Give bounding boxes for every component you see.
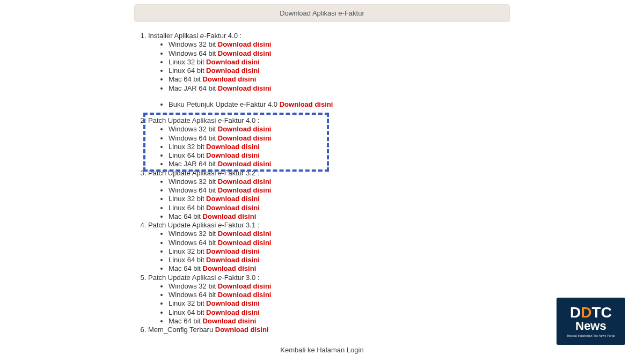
download-link[interactable]: Download disini <box>203 317 257 325</box>
list-item: Linux 32 bit Download disini <box>169 195 510 203</box>
list-item: Windows 32 bit Download disini <box>169 282 510 291</box>
list-item: Mac 64 bit Download disini <box>169 75 510 84</box>
list-item: Windows 32 bit Download disini <box>169 40 510 49</box>
platform-label: Linux 64 bit <box>169 308 206 316</box>
list-item: Windows 32 bit Download disini <box>169 178 510 186</box>
download-link[interactable]: Download disini <box>218 186 272 194</box>
download-link[interactable]: Download disini <box>218 84 272 92</box>
platform-label: Windows 32 bit <box>169 230 218 238</box>
download-sections-list: Installer Aplikasi e-Faktur 4.0 :Windows… <box>137 32 510 334</box>
section-0: Installer Aplikasi e-Faktur 4.0 :Windows… <box>148 32 510 116</box>
platform-label: Linux 32 bit <box>169 195 206 203</box>
download-link[interactable]: Download disini <box>218 49 272 57</box>
platform-list: Windows 32 bit Download disiniWindows 64… <box>148 230 510 273</box>
list-item: Linux 32 bit Download disini <box>169 143 510 151</box>
list-item: Mac JAR 64 bit Download disini <box>169 84 510 93</box>
platform-label: Mac 64 bit <box>169 212 203 220</box>
platform-label: Windows 32 bit <box>169 125 218 133</box>
list-item: Windows 64 bit Download disini <box>169 291 510 299</box>
list-item: Windows 64 bit Download disini <box>169 134 510 143</box>
platform-label: Linux 32 bit <box>169 58 206 66</box>
download-link[interactable]: Download disini <box>206 204 260 212</box>
list-item: Mac 64 bit Download disini <box>169 317 510 326</box>
list-item: Windows 64 bit Download disini <box>169 186 510 195</box>
list-item: Buku Petunjuk Update e-Faktur 4.0 Downlo… <box>169 100 510 109</box>
list-item: Mac 64 bit Download disini <box>169 212 510 221</box>
download-link[interactable]: Download disini <box>206 299 260 307</box>
download-link[interactable]: Download disini <box>218 239 272 247</box>
download-link[interactable]: Download disini <box>218 40 272 48</box>
download-link[interactable]: Download disini <box>218 134 272 142</box>
download-link[interactable]: Download disini <box>218 160 272 168</box>
list-item: Mac 64 bit Download disini <box>169 264 510 273</box>
content: Installer Aplikasi e-Faktur 4.0 :Windows… <box>134 32 510 334</box>
download-link[interactable]: Download disini <box>203 264 257 272</box>
section-1: Patch Update Aplikasi e-Faktur 4.0 :Wind… <box>148 116 510 169</box>
download-link[interactable]: Download disini <box>206 195 260 203</box>
section-title: Mem_Config Terbaru <box>148 326 215 334</box>
download-link[interactable]: Download disini <box>280 100 333 108</box>
back-to-login-link[interactable]: Kembali ke Halaman Login <box>134 346 510 354</box>
download-link[interactable]: Download disini <box>218 230 272 238</box>
platform-label: Linux 32 bit <box>169 247 206 255</box>
list-item: Linux 32 bit Download disini <box>169 299 510 308</box>
download-link[interactable]: Download disini <box>206 58 260 66</box>
download-link[interactable]: Download disini <box>206 256 260 264</box>
extra-list: Buku Petunjuk Update e-Faktur 4.0 Downlo… <box>148 100 510 109</box>
platform-list: Windows 32 bit Download disiniWindows 64… <box>148 40 510 93</box>
header-bar: Download Aplikasi e-Faktur <box>134 4 510 22</box>
extra-label: Buku Petunjuk Update e-Faktur 4.0 <box>169 100 280 108</box>
logo-line-1: DDTC <box>570 305 612 320</box>
section-title: Patch Update Aplikasi e-Faktur 3.1 : <box>148 221 259 229</box>
list-item: Linux 64 bit Download disini <box>169 204 510 212</box>
list-item: Windows 32 bit Download disini <box>169 125 510 134</box>
list-item: Windows 32 bit Download disini <box>169 230 510 238</box>
download-link[interactable]: Download disini <box>206 143 260 151</box>
platform-label: Mac 64 bit <box>169 75 203 83</box>
platform-label: Linux 32 bit <box>169 143 206 151</box>
list-item: Linux 32 bit Download disini <box>169 247 510 256</box>
download-link[interactable]: Download disini <box>206 308 260 316</box>
list-item: Linux 64 bit Download disini <box>169 308 510 317</box>
platform-label: Windows 64 bit <box>169 49 218 57</box>
platform-label: Linux 64 bit <box>169 151 206 159</box>
platform-label: Windows 64 bit <box>169 134 218 142</box>
download-link[interactable]: Download disini <box>218 291 272 299</box>
download-link[interactable]: Download disini <box>215 326 269 334</box>
download-link[interactable]: Download disini <box>206 247 260 255</box>
download-link[interactable]: Download disini <box>203 212 257 220</box>
download-link[interactable]: Download disini <box>218 282 272 290</box>
platform-list: Windows 32 bit Download disiniWindows 64… <box>148 178 510 221</box>
download-link[interactable]: Download disini <box>206 151 260 159</box>
platform-label: Linux 64 bit <box>169 256 206 264</box>
section-3: Patch Update Aplikasi e-Faktur 3.1 :Wind… <box>148 221 510 274</box>
download-link[interactable]: Download disini <box>218 178 272 186</box>
list-item: Windows 64 bit Download disini <box>169 239 510 247</box>
section-title: Patch Update Aplikasi e-Faktur 3.2 : <box>148 169 259 177</box>
list-item: Mac JAR 64 bit Download disini <box>169 160 510 168</box>
download-link[interactable]: Download disini <box>218 125 272 133</box>
section-title: Patch Update Aplikasi e-Faktur 3.0 : <box>148 274 259 282</box>
section-4: Patch Update Aplikasi e-Faktur 3.0 :Wind… <box>148 274 510 326</box>
logo-tagline: Trusted Indonesian Tax News Portal <box>567 334 615 337</box>
section-title: Installer Aplikasi e-Faktur 4.0 : <box>148 32 241 40</box>
logo-line-2: News <box>575 320 606 332</box>
list-item: Linux 64 bit Download disini <box>169 67 510 75</box>
platform-label: Linux 64 bit <box>169 204 206 212</box>
platform-list: Windows 32 bit Download disiniWindows 64… <box>148 125 510 168</box>
platform-label: Windows 32 bit <box>169 282 218 290</box>
ddtc-news-logo: DDTC News Trusted Indonesian Tax News Po… <box>557 298 625 345</box>
list-item: Linux 32 bit Download disini <box>169 58 510 67</box>
platform-label: Windows 32 bit <box>169 178 218 186</box>
page-container: Download Aplikasi e-Faktur Installer Apl… <box>134 0 510 354</box>
section-5: Mem_Config Terbaru Download disini <box>148 326 510 334</box>
platform-list: Windows 32 bit Download disiniWindows 64… <box>148 282 510 326</box>
download-link[interactable]: Download disini <box>203 75 257 83</box>
header-title: Download Aplikasi e-Faktur <box>280 9 364 17</box>
platform-label: Mac 64 bit <box>169 264 203 272</box>
section-title: Patch Update Aplikasi e-Faktur 4.0 : <box>148 116 259 124</box>
list-item: Windows 64 bit Download disini <box>169 49 510 58</box>
platform-label: Mac JAR 64 bit <box>169 84 218 92</box>
platform-label: Linux 32 bit <box>169 299 206 307</box>
download-link[interactable]: Download disini <box>206 67 260 75</box>
